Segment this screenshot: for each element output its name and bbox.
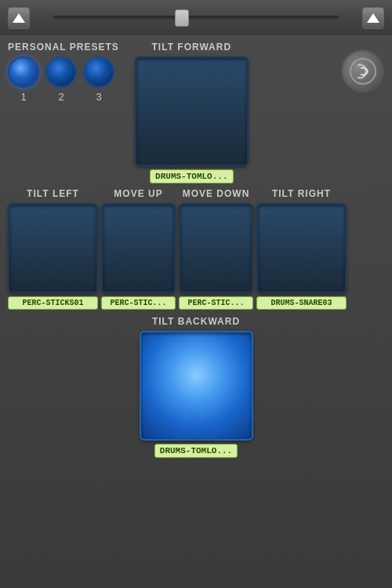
tilt-backward-label: TILT BACKWARD [152, 316, 240, 327]
tilt-forward-sound: DRUMS-TOMLO... [150, 169, 233, 183]
tilt-forward-pad[interactable] [135, 56, 249, 166]
tilt-left-col: TILT LEFT PERC-STICKS01 [8, 188, 98, 310]
preset-button-2[interactable] [45, 56, 77, 88]
left-arrow-icon [13, 13, 25, 23]
tilt-backward-row: TILT BACKWARD DRUMS-TOMLO... [8, 316, 384, 458]
move-up-pad[interactable] [101, 203, 176, 293]
preset-button-1[interactable] [8, 56, 39, 88]
preset-num-3: 3 [83, 91, 114, 103]
preset-button-3[interactable] [83, 56, 114, 88]
tilt-right-pad[interactable] [256, 203, 347, 293]
move-down-pad[interactable] [179, 203, 253, 293]
preset-numbers: 1 2 3 [8, 91, 114, 103]
presets-section: PERSONAL PRESETS 1 2 3 [8, 42, 119, 103]
logo [341, 49, 384, 93]
tilt-left-label: TILT LEFT [27, 188, 79, 199]
preset-num-1: 1 [8, 91, 39, 103]
tilt-left-sound: PERC-STICKS01 [8, 296, 98, 310]
svg-point-0 [350, 59, 376, 84]
move-down-sound: PERC-STIC... [179, 296, 253, 310]
move-down-label: MOVE DOWN [183, 188, 250, 199]
slider-track[interactable] [53, 16, 339, 20]
move-up-sound: PERC-STIC... [101, 296, 176, 310]
presets-label: PERSONAL PRESETS [8, 42, 119, 53]
tilt-right-sound: DRUMS-SNARE03 [256, 296, 347, 310]
tilt-left-pad[interactable] [8, 203, 98, 293]
logo-icon [347, 56, 379, 87]
middle-row: TILT LEFT PERC-STICKS01 MOVE UP PERC-STI… [8, 188, 384, 310]
preset-num-2: 2 [45, 91, 77, 103]
slider-thumb[interactable] [175, 9, 189, 27]
right-arrow-icon [367, 13, 379, 23]
tilt-forward-label: TILT FORWARD [152, 42, 232, 53]
left-arrow-button[interactable] [8, 7, 30, 29]
top-content-row: PERSONAL PRESETS 1 2 3 TILT FORWARD DRUM… [8, 42, 384, 183]
slider-bar [0, 0, 392, 35]
tilt-backward-pad[interactable] [140, 331, 253, 441]
main-content: PERSONAL PRESETS 1 2 3 TILT FORWARD DRUM… [0, 35, 392, 588]
tilt-right-label: TILT RIGHT [272, 188, 331, 199]
presets-circles [8, 56, 114, 88]
right-arrow-button[interactable] [362, 7, 384, 29]
move-down-col: MOVE DOWN PERC-STIC... [179, 188, 253, 310]
tilt-right-col: TILT RIGHT DRUMS-SNARE03 [256, 188, 347, 310]
move-up-label: MOVE UP [114, 188, 162, 199]
move-up-col: MOVE UP PERC-STIC... [101, 188, 176, 310]
tilt-forward-section: TILT FORWARD DRUMS-TOMLO... [135, 42, 249, 183]
tilt-backward-sound: DRUMS-TOMLO... [154, 444, 238, 458]
tilt-backward-section: TILT BACKWARD DRUMS-TOMLO... [140, 316, 253, 458]
